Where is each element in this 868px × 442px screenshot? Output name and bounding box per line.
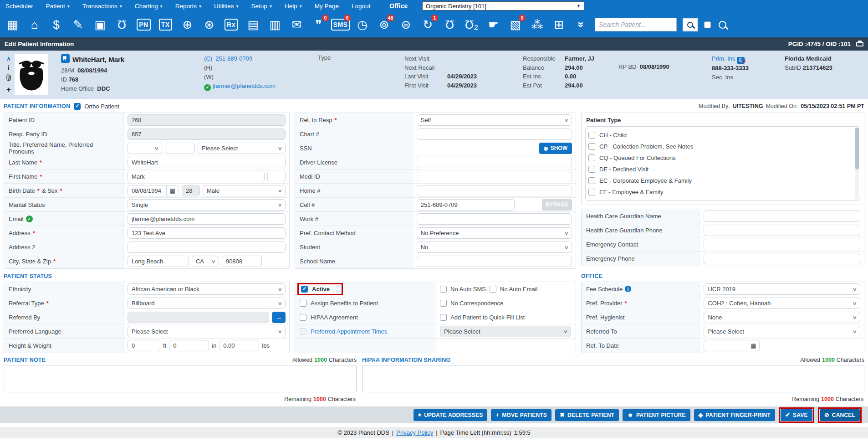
patient-type-de-checkbox[interactable] xyxy=(588,166,595,173)
hipaa-agreement-checkbox[interactable] xyxy=(300,314,306,321)
home-phone-field[interactable] xyxy=(417,185,572,196)
city-field[interactable] xyxy=(128,256,189,267)
messages-icon[interactable]: ❞0 xyxy=(311,16,327,33)
middle-initial-field[interactable] xyxy=(267,171,286,182)
pref-appt-times-link[interactable]: Preferred Appointment Times xyxy=(311,328,387,335)
save-button[interactable]: ✔SAVE xyxy=(781,409,812,421)
address-field[interactable] xyxy=(128,227,286,239)
ref-to-date-calendar-icon[interactable] xyxy=(747,340,760,351)
send-mail-icon[interactable]: ✉ xyxy=(289,16,305,33)
menu-logout[interactable]: Logout xyxy=(352,3,370,10)
prim-ins-link[interactable]: Prim. Ins xyxy=(712,55,735,62)
tooth-chart-2-icon[interactable]: Ʊ₂ xyxy=(464,16,480,33)
emergency-phone-field[interactable] xyxy=(704,253,860,264)
emergency-contact-field[interactable] xyxy=(704,239,860,250)
cell-phone-link[interactable]: 251-689-0709 xyxy=(215,55,252,62)
menu-patient[interactable]: Patient xyxy=(46,3,70,10)
address2-field[interactable] xyxy=(128,242,286,253)
patient-type-cq-checkbox[interactable] xyxy=(588,154,595,161)
rel-to-resp-select[interactable]: Self xyxy=(417,114,572,126)
marital-status-select[interactable]: Single xyxy=(128,199,286,211)
cancel-button[interactable]: ⊘CANCEL xyxy=(820,409,860,421)
medi-id-field[interactable] xyxy=(417,171,572,182)
referred-by-lookup-button[interactable] xyxy=(272,312,286,323)
email-field[interactable] xyxy=(128,213,286,225)
search-all-offices-checkbox[interactable] xyxy=(704,21,711,28)
show-ssn-button[interactable]: SHOW xyxy=(539,143,572,154)
pronouns-select[interactable]: Please Select xyxy=(198,143,286,154)
ref-to-date-field[interactable] xyxy=(704,340,747,351)
no-auto-sms-checkbox[interactable] xyxy=(440,286,447,293)
patient-picture-button[interactable]: ☻PATIENT PICTURE xyxy=(623,409,690,421)
first-name-field[interactable] xyxy=(128,171,265,182)
patient-portal-icon[interactable]: ⊜ xyxy=(398,16,414,33)
menu-charting[interactable]: Charting xyxy=(135,3,163,10)
patient-info-icon[interactable]: i xyxy=(8,64,10,72)
family-group-icon[interactable]: ⁂ xyxy=(529,16,545,33)
info-icon[interactable] xyxy=(625,286,631,292)
update-addresses-button[interactable]: ⌖UPDATE ADDRESSES xyxy=(414,409,488,421)
move-patients-button[interactable]: +MOVE PATIENTS xyxy=(491,409,551,421)
print-page-icon[interactable] xyxy=(856,42,863,46)
payments-icon[interactable]: $ xyxy=(48,16,64,33)
patient-fingerprint-button[interactable]: ◈PATIENT FINGER-PRINT xyxy=(694,409,775,421)
ethnicity-select[interactable]: African American or Black xyxy=(128,283,286,295)
preferred-name-field[interactable] xyxy=(165,143,195,154)
email-link[interactable]: jfarmer@planetdds.com xyxy=(213,82,276,89)
scan-documents-icon[interactable]: ▥ xyxy=(267,16,283,33)
progress-notes-icon[interactable]: PN xyxy=(136,16,152,33)
menu-transactions[interactable]: Transactions xyxy=(82,3,122,10)
pref-hygienist-select[interactable]: None xyxy=(704,312,860,323)
title-select[interactable] xyxy=(128,143,162,154)
patient-type-ef-checkbox[interactable] xyxy=(588,189,595,195)
tooth-chart-icon[interactable]: Ʊ xyxy=(442,16,458,33)
add-family-member-icon[interactable]: ⊛ xyxy=(201,16,217,33)
home-icon[interactable]: ⌂ xyxy=(26,16,42,33)
tooth-clipboard-icon[interactable]: ▣ xyxy=(92,16,108,33)
print-icon[interactable]: ⊞ xyxy=(551,16,567,33)
menu-reports[interactable]: Reports xyxy=(175,3,201,10)
menu-help[interactable]: Help xyxy=(285,3,302,10)
office-select[interactable]: Organic Dentistry [101] xyxy=(422,1,584,10)
add-patient-icon[interactable]: ⊕ xyxy=(179,16,195,33)
preferred-language-select[interactable]: Please Select xyxy=(128,326,286,337)
online-scheduling-icon[interactable]: ⊚48 xyxy=(376,16,392,33)
clinical-notes-icon[interactable]: ▤ xyxy=(245,16,261,33)
add-icon[interactable]: + xyxy=(6,85,11,94)
patient-sync-icon[interactable]: ↻1 xyxy=(420,16,436,33)
cell-phone-field[interactable] xyxy=(417,199,515,211)
ortho-patient-checkbox[interactable] xyxy=(74,103,81,110)
work-phone-field[interactable] xyxy=(417,213,572,225)
scrollbar[interactable] xyxy=(855,128,859,200)
no-correspondence-checkbox[interactable] xyxy=(440,300,447,307)
school-name-field[interactable] xyxy=(417,256,572,267)
privacy-policy-link[interactable]: Privacy Policy xyxy=(396,429,433,436)
zip-field[interactable] xyxy=(222,256,262,267)
collapse-toolbar-icon[interactable]: » xyxy=(573,16,589,33)
patient-search-input[interactable] xyxy=(595,18,677,31)
birth-date-calendar-icon[interactable] xyxy=(167,185,179,196)
height-ft-field[interactable] xyxy=(128,340,160,351)
state-select[interactable]: CA xyxy=(192,256,219,267)
perio-chart-icon[interactable]: Ʊ xyxy=(114,16,130,33)
search-patient-button[interactable] xyxy=(683,18,698,31)
menu-utilities[interactable]: Utilities xyxy=(214,3,239,10)
schedule-calendar-icon[interactable]: ▦ xyxy=(5,16,20,33)
assign-benefits-checkbox[interactable] xyxy=(300,300,306,307)
sex-select[interactable]: Male xyxy=(203,185,286,196)
weight-lbs-field[interactable] xyxy=(219,340,259,351)
menu-scheduler[interactable]: Scheduler xyxy=(5,3,33,10)
no-auto-email-checkbox[interactable] xyxy=(490,286,496,293)
sms-icon[interactable]: SMS0 xyxy=(332,16,348,33)
collapse-header-icon[interactable]: ∧ xyxy=(6,55,11,62)
last-name-field[interactable] xyxy=(128,157,286,168)
delete-patient-button[interactable]: ✖DELETE PATIENT xyxy=(555,409,619,421)
treatment-plans-icon[interactable]: TX xyxy=(158,16,174,33)
patient-note-textarea[interactable] xyxy=(4,365,357,392)
pref-contact-method-select[interactable]: No Preference xyxy=(417,227,572,239)
web-access-icon[interactable]: ☛ xyxy=(485,16,501,33)
height-in-field[interactable] xyxy=(169,340,209,351)
patient-type-cp-checkbox[interactable] xyxy=(588,143,595,150)
patient-type-ch-checkbox[interactable] xyxy=(588,132,595,139)
ledger-edit-icon[interactable]: ✎ xyxy=(70,16,86,33)
